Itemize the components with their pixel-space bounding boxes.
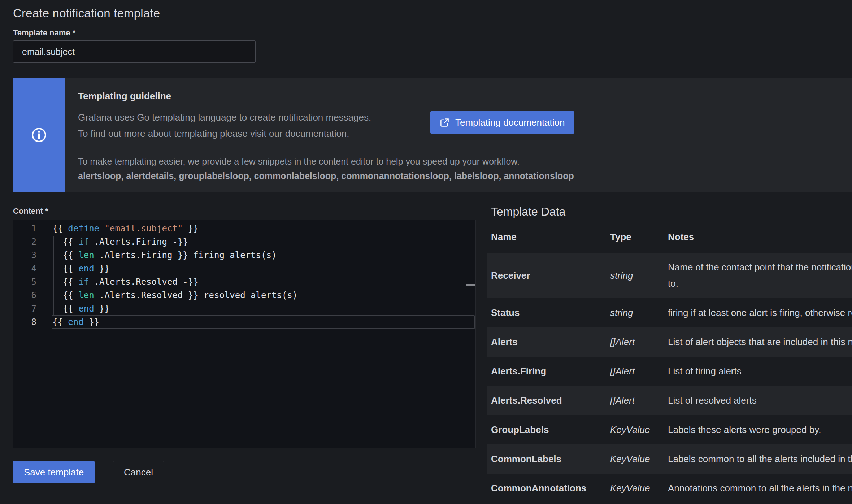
cell-name: GroupLabels (487, 415, 606, 444)
template-name-input[interactable] (13, 40, 256, 63)
cell-notes: List of alert objects that are included … (664, 327, 852, 357)
code-text: {{ end }} (36, 316, 99, 329)
table-row: Alerts.Firing[]AlertList of firing alert… (487, 357, 852, 386)
cell-notes: Annotations common to all the alerts in … (664, 474, 852, 503)
code-line[interactable]: 3 {{ len .Alerts.Firing }} firing alerts… (13, 249, 475, 262)
template-data-table: Name Type Notes ReceiverstringName of th… (487, 231, 852, 503)
templating-guideline-callout: Templating guideline Grafana uses Go tem… (13, 78, 852, 192)
indent-guide (53, 236, 54, 316)
code-text: {{ end }} (36, 262, 110, 275)
table-row: Alerts[]AlertList of alert objects that … (487, 327, 852, 357)
table-row: CommonLabelsKeyValueLabels common to all… (487, 444, 852, 474)
column-header-notes: Notes (664, 231, 852, 253)
cell-name: Alerts.Resolved (487, 386, 606, 415)
content-code-editor[interactable]: 1{{ define "email.subject" }}2 {{ if .Al… (13, 220, 476, 448)
table-row: CommonAnnotationsKeyValueAnnotations com… (487, 474, 852, 503)
table-header-row: Name Type Notes (487, 231, 852, 253)
cell-type-link[interactable]: KeyValue (606, 444, 664, 474)
callout-accent-bar (13, 78, 65, 192)
external-link-icon (440, 118, 449, 127)
code-text: {{ len .Alerts.Firing }} firing alerts(s… (36, 249, 277, 262)
line-number: 1 (13, 222, 36, 235)
code-text: {{ if .Alerts.Resolved -}} (36, 275, 199, 289)
cancel-button[interactable]: Cancel (113, 461, 164, 483)
callout-paragraph-line2: To find out more about templating please… (78, 126, 371, 142)
cell-notes: List of firing alerts (664, 357, 852, 386)
templating-documentation-button-label: Templating documentation (455, 117, 565, 128)
cell-notes: Labels common to all the alerts included… (664, 444, 852, 474)
page-title: Create notification template (13, 6, 160, 20)
cell-name: CommonLabels (487, 444, 606, 474)
content-label: Content * (13, 207, 48, 216)
info-circle-icon (31, 127, 47, 143)
template-data-title: Template Data (491, 205, 852, 218)
cell-type-link[interactable]: []Alert (606, 357, 664, 386)
cell-type-link[interactable]: KeyValue (606, 474, 664, 503)
cell-name: CommonAnnotations (487, 474, 606, 503)
callout-paragraph-line1: Grafana uses Go templating language to c… (78, 109, 371, 126)
code-text: {{ end }} (36, 302, 110, 316)
line-number: 5 (13, 275, 36, 289)
line-number: 4 (13, 262, 36, 275)
code-text: {{ define "email.subject" }} (36, 222, 199, 235)
line-number: 3 (13, 249, 36, 262)
callout-title: Templating guideline (78, 91, 171, 102)
cell-type-link[interactable]: KeyValue (606, 415, 664, 444)
cell-name: Alerts (487, 327, 606, 357)
line-number: 6 (13, 289, 36, 302)
table-row: GroupLabelsKeyValueLabels these alerts w… (487, 415, 852, 444)
callout-snippets-list: alertsloop, alertdetails, grouplabelsloo… (78, 171, 574, 181)
code-line[interactable]: 8{{ end }} (13, 316, 475, 329)
table-row: ReceiverstringName of the contact point … (487, 253, 852, 298)
template-name-label: Template name * (13, 28, 75, 38)
cell-name: Alerts.Firing (487, 357, 606, 386)
cell-notes: Name of the contact point that the notif… (664, 253, 852, 298)
code-line[interactable]: 5 {{ if .Alerts.Resolved -}} (13, 275, 475, 289)
cell-notes: List of resolved alerts (664, 386, 852, 415)
save-template-button[interactable]: Save template (13, 461, 95, 483)
code-line[interactable]: 7 {{ end }} (13, 302, 475, 316)
overview-ruler-mark (466, 284, 475, 286)
table-row: Statusstringfiring if at least one alert… (487, 298, 852, 327)
code-line[interactable]: 2 {{ if .Alerts.Firing -}} (13, 235, 475, 249)
code-text: {{ if .Alerts.Firing -}} (36, 235, 188, 249)
callout-snippets-intro: To make templating easier, we provide a … (78, 156, 520, 167)
table-row: Alerts.Resolved[]AlertList of resolved a… (487, 386, 852, 415)
cell-notes: Labels these alerts were grouped by. (664, 415, 852, 444)
code-text: {{ len .Alerts.Resolved }} resolved aler… (36, 289, 297, 302)
code-lines: 1{{ define "email.subject" }}2 {{ if .Al… (13, 222, 475, 329)
line-number: 2 (13, 235, 36, 249)
column-header-name: Name (487, 231, 606, 253)
code-line[interactable]: 6 {{ len .Alerts.Resolved }} resolved al… (13, 289, 475, 302)
column-header-type: Type (606, 231, 664, 253)
cell-notes: firing if at least one alert is firing, … (664, 298, 852, 327)
template-data-panel: Template Data Name Type Notes Receiverst… (487, 205, 852, 503)
code-line[interactable]: 4 {{ end }} (13, 262, 475, 275)
code-line[interactable]: 1{{ define "email.subject" }} (13, 222, 475, 235)
cell-name: Receiver (487, 253, 606, 298)
line-number: 8 (13, 316, 36, 329)
templating-documentation-button[interactable]: Templating documentation (430, 111, 574, 134)
template-data-rows: ReceiverstringName of the contact point … (487, 253, 852, 503)
cell-name: Status (487, 298, 606, 327)
cell-type-link[interactable]: []Alert (606, 386, 664, 415)
callout-paragraph: Grafana uses Go templating language to c… (78, 109, 371, 142)
cell-type-link[interactable]: []Alert (606, 327, 664, 357)
cell-type: string (606, 298, 664, 327)
line-number: 7 (13, 302, 36, 316)
cell-type: string (606, 253, 664, 298)
